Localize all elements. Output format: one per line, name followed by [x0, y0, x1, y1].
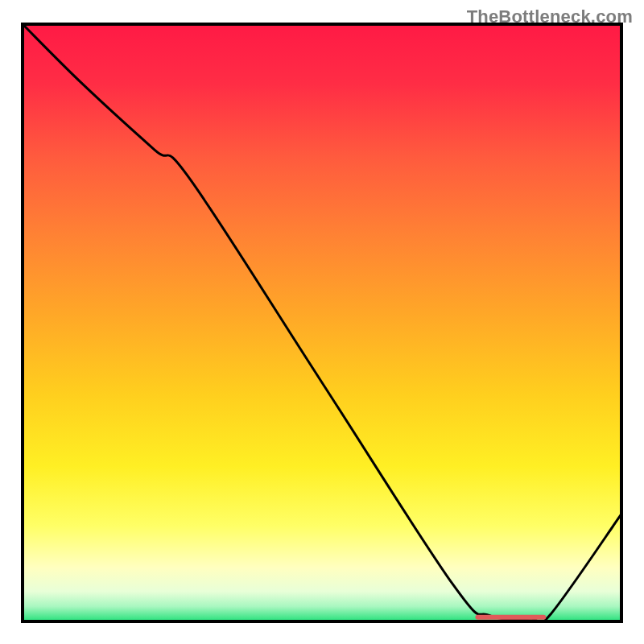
bottleneck-chart: [0, 0, 644, 644]
watermark-text: TheBottleneck.com: [467, 6, 633, 27]
chart-container: TheBottleneck.com: [0, 0, 644, 644]
gradient-background: [23, 24, 621, 621]
